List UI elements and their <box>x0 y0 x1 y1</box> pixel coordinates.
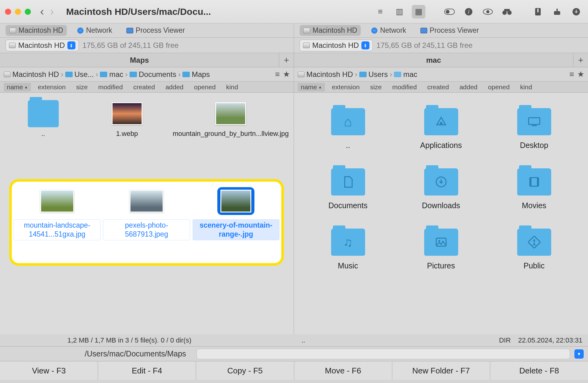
col-opened[interactable]: opened <box>484 83 513 91</box>
free-space-label: 175,65 GB of 245,11 GB free <box>377 41 473 50</box>
source-hd[interactable]: Macintosh HD <box>300 25 361 36</box>
share-icon[interactable] <box>550 5 564 19</box>
nav-buttons: ‹ › <box>40 5 54 18</box>
star-icon[interactable]: ★ <box>283 69 290 79</box>
source-network[interactable]: Network <box>368 25 410 36</box>
folder-item[interactable]: Pictures <box>396 229 486 270</box>
crumb[interactable]: mac <box>109 70 123 79</box>
preview-icon[interactable] <box>481 5 495 19</box>
fkey-edit[interactable]: Edit - F4 <box>98 361 196 380</box>
col-size[interactable]: size <box>366 83 385 91</box>
file-manager-window: ‹ › Macintosh HD/Users/mac/Docu... ≡ ▥ ▦… <box>0 0 588 383</box>
col-ext[interactable]: extension <box>328 83 363 91</box>
columns-view-icon[interactable]: ▥ <box>393 5 406 19</box>
source-network[interactable]: Network <box>74 25 116 36</box>
folder-name: Downloads <box>422 201 460 210</box>
right-file-grid[interactable]: ⌂.. Applications Desktop Documents Downl… <box>294 93 588 334</box>
source-process-viewer[interactable]: Process Viewer <box>123 25 189 36</box>
col-name[interactable]: name▲ <box>298 83 325 91</box>
list-mini-icon[interactable]: ≡ <box>275 69 280 79</box>
folder-item[interactable]: Applications <box>396 108 486 150</box>
selection-highlight: mountain-landscape-14541...51gxa.jpg pex… <box>9 179 284 266</box>
col-ext[interactable]: extension <box>34 83 69 91</box>
command-input[interactable] <box>197 349 570 359</box>
tab-current[interactable]: Maps <box>0 53 279 67</box>
window-title: Macintosh HD/Users/mac/Docu... <box>66 6 211 17</box>
col-modified[interactable]: modified <box>389 83 420 91</box>
binoculars-icon[interactable] <box>500 5 514 19</box>
folder-item[interactable]: Movies <box>489 168 579 210</box>
add-tab-button[interactable]: + <box>573 53 588 67</box>
folder-name: Movies <box>522 201 546 210</box>
svg-point-22 <box>438 240 440 242</box>
file-item[interactable]: 1.webp <box>86 99 168 140</box>
crumb[interactable]: Use... <box>75 70 94 79</box>
crumb[interactable]: Maps <box>192 70 210 79</box>
col-added[interactable]: added <box>456 83 481 91</box>
fkey-copy[interactable]: Copy - F5 <box>196 361 294 380</box>
folder-item[interactable]: Downloads <box>396 168 486 210</box>
col-modified[interactable]: modified <box>95 83 126 91</box>
crumb[interactable]: Users <box>369 70 388 79</box>
col-opened[interactable]: opened <box>190 83 219 91</box>
right-pane: Macintosh HD Network Process Viewer Maci… <box>294 23 588 334</box>
list-mini-icon[interactable]: ≡ <box>569 69 574 79</box>
archive-icon[interactable] <box>531 5 545 19</box>
folder-item[interactable]: ⌂.. <box>303 108 393 150</box>
fkey-delete[interactable]: Delete - F8 <box>490 361 588 380</box>
crumb[interactable]: Documents <box>139 70 176 79</box>
col-size[interactable]: size <box>72 83 91 91</box>
crumb[interactable]: Macintosh HD <box>306 70 353 79</box>
left-file-grid[interactable]: .. 1.webp mountain_ground_by_burtn...llv… <box>0 93 294 334</box>
folder-name: Documents <box>328 201 367 210</box>
crumb[interactable]: Macintosh HD <box>12 70 59 79</box>
toolbar-icons: ≡ ▥ ▦ i <box>373 5 583 19</box>
zoom-icon[interactable] <box>25 9 31 15</box>
file-item-selected[interactable]: scenery-of-mountain-range-.jpg <box>193 187 279 260</box>
close-icon[interactable] <box>5 9 11 15</box>
source-hd[interactable]: Macintosh HD <box>6 25 67 36</box>
info-icon[interactable]: i <box>462 5 475 19</box>
file-item[interactable]: pexels-photo-5687913.jpeg <box>103 187 190 260</box>
image-thumb-icon <box>40 190 74 213</box>
tab-current[interactable]: mac <box>294 53 573 67</box>
col-name[interactable]: name▲ <box>4 83 31 91</box>
toggle-icon[interactable] <box>443 5 456 19</box>
col-kind[interactable]: kind <box>517 83 536 91</box>
folder-item[interactable]: Desktop <box>489 108 579 150</box>
svg-rect-19 <box>530 178 531 186</box>
folder-item[interactable]: ♫Music <box>303 229 393 270</box>
fkey-view[interactable]: View - F3 <box>0 361 98 380</box>
volume-selector[interactable]: Macintosh HD ▲▼ <box>6 40 79 51</box>
folder-item[interactable]: Documents <box>303 168 393 210</box>
svg-rect-15 <box>529 118 540 124</box>
file-item[interactable]: mountain_ground_by_burtn...llview.jpg <box>170 99 291 140</box>
svg-rect-20 <box>537 178 539 186</box>
col-created[interactable]: created <box>130 83 159 91</box>
file-item[interactable]: mountain-landscape-14541...51gxa.jpg <box>14 187 100 260</box>
volume-name: Macintosh HD <box>312 41 359 50</box>
col-created[interactable]: created <box>424 83 453 91</box>
list-view-icon[interactable]: ≡ <box>373 5 387 19</box>
col-kind[interactable]: kind <box>223 83 242 91</box>
right-tabs: mac + <box>294 53 588 67</box>
source-process-viewer[interactable]: Process Viewer <box>417 25 483 36</box>
path-bar: /Users/mac/Documents/Maps ▼ <box>0 347 588 361</box>
col-added[interactable]: added <box>162 83 187 91</box>
back-button[interactable]: ‹ <box>40 5 44 18</box>
dropdown-icon[interactable]: ▼ <box>574 349 584 359</box>
file-item[interactable]: .. <box>2 99 84 140</box>
star-icon[interactable]: ★ <box>577 69 584 79</box>
folder-name: Music <box>338 261 358 270</box>
download-icon[interactable] <box>569 5 583 19</box>
minimize-icon[interactable] <box>15 9 21 15</box>
grid-view-icon[interactable]: ▦ <box>412 5 425 19</box>
fkey-newfolder[interactable]: New Folder - F7 <box>392 361 490 380</box>
crumb[interactable]: mac <box>403 70 417 79</box>
fkey-move[interactable]: Move - F6 <box>294 361 392 380</box>
volume-selector[interactable]: Macintosh HD ▲▼ <box>300 40 373 51</box>
add-tab-button[interactable]: + <box>279 53 294 67</box>
forward-button[interactable]: › <box>50 5 54 18</box>
folder-item[interactable]: Public <box>489 229 579 270</box>
left-pane: Macintosh HD Network Process Viewer Maci… <box>0 23 294 334</box>
